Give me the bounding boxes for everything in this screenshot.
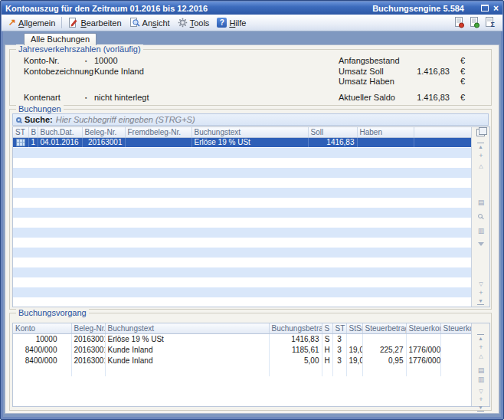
columns-view-icon[interactable]: ▥: [472, 227, 490, 235]
menu-ansicht[interactable]: Ansicht: [126, 16, 174, 29]
buchungen-grid: ST B Buch.Dat. Beleg-Nr. Fremdbeleg-Nr. …: [12, 126, 490, 307]
euro-sign: €: [460, 77, 465, 86]
grid-header-row: Konto Beleg-Nr. Buchungstext Buchungsbet…: [13, 323, 471, 333]
groupbox-buchungen: Buchungen Suche: ST: [9, 109, 492, 310]
menu-bar: ↗ Allgemein Bearbeiten Ansicht Tools ? H…: [2, 15, 502, 31]
calendar-grid-icon: [16, 139, 25, 146]
col-konto[interactable]: Konto: [13, 323, 71, 333]
menu-allgemein[interactable]: ↗ Allgemein: [5, 17, 59, 29]
window-title: Kontoauszug für den Zeitraum 01.2016 bis…: [5, 4, 372, 13]
column-chooser-icon[interactable]: [476, 129, 485, 136]
col-b[interactable]: B: [28, 127, 38, 137]
groupbox-buchungsvorgang: Buchungsvorgang Konto Beleg-Nr. B: [9, 313, 492, 411]
report-document-icon[interactable]: [453, 17, 464, 28]
scroll-down-icon[interactable]: +: [472, 289, 490, 297]
col-belegnr[interactable]: Beleg-Nr.: [82, 127, 125, 137]
col-buchdat[interactable]: Buch.Dat.: [38, 127, 82, 137]
menu-hilfe[interactable]: ? Hilfe: [213, 16, 250, 29]
page-up-icon[interactable]: △: [472, 162, 490, 169]
groupbox-title: Buchungen: [16, 104, 64, 113]
euro-sign: €: [460, 56, 465, 65]
vorgang-row[interactable]: 8400/000 20163001 Kunde Inland 1185,61 H…: [13, 344, 471, 355]
card-view-icon[interactable]: ▤: [472, 366, 490, 374]
field-aktueller-saldo: Aktueller Saldo1.416,83€: [339, 93, 485, 102]
arrow-up-right-icon: ↗: [8, 18, 16, 27]
grid-navigator-strip: ▲ + △ ▤ ▥ ▽ + ▼: [471, 323, 489, 406]
title-bar: Kontoauszug für den Zeitraum 01.2016 bis…: [2, 2, 502, 15]
page-down-icon[interactable]: ▽: [472, 281, 490, 287]
search-input[interactable]: [56, 115, 485, 124]
app-window: Kontoauszug für den Zeitraum 01.2016 bis…: [0, 0, 504, 420]
scroll-down-icon[interactable]: +: [472, 395, 490, 403]
field-umsatz-haben: Umsatz Haben€: [339, 77, 485, 86]
menu-bearbeiten[interactable]: Bearbeiten: [64, 16, 125, 29]
columns-view-icon[interactable]: ▥: [472, 376, 490, 383]
export-document-icon[interactable]: [469, 17, 479, 28]
vorgang-row[interactable]: 8400/000 20163001 Kunde Inland 5,00 H 3 …: [13, 355, 471, 366]
zoom-icon[interactable]: [478, 214, 483, 218]
tab-alle-buchungen[interactable]: Alle Buchungen: [24, 33, 97, 45]
col-s[interactable]: S: [322, 323, 332, 333]
menu-separator: [61, 17, 62, 28]
help-icon: ?: [217, 18, 227, 28]
restore-icon[interactable]: [481, 5, 489, 11]
col-buchungsbetrag[interactable]: Buchungsbetrag: [269, 323, 322, 333]
field-umsatz-soll: Umsatz Soll1.416,83€: [339, 67, 485, 76]
field-kontenart: Kontenart▪nicht hinterlegt: [24, 93, 149, 102]
sigma-glyph: Σ: [491, 21, 495, 28]
field-anfangsbestand: Anfangsbestand€: [339, 56, 485, 65]
scroll-first-icon[interactable]: ▲: [477, 334, 484, 342]
col-st[interactable]: ST: [13, 127, 28, 137]
page-down-icon[interactable]: ▽: [472, 388, 490, 395]
buchungsvorgang-grid: Konto Beleg-Nr. Buchungstext Buchungsbet…: [12, 323, 490, 407]
col-steuerkonto2[interactable]: Steuerkonto 2: [440, 323, 471, 333]
close-icon[interactable]: ×: [493, 5, 499, 12]
tab-page: Jahresverkehrszahlen (vorläufig) Konto-N…: [5, 44, 499, 414]
empty-rows-area: [13, 148, 471, 307]
col-steuerkonto1[interactable]: Steuerkonto 1: [406, 323, 440, 333]
buchung-row-selected[interactable]: 1 04.01.2016 20163001 Erlöse 19 % USt 14…: [13, 137, 471, 147]
empty-rows-area: [13, 366, 471, 376]
search-bar: Suche:: [12, 113, 489, 126]
col-stsatz[interactable]: StSatz: [346, 323, 362, 333]
filter-icon[interactable]: [478, 242, 484, 246]
euro-sign: €: [460, 93, 465, 102]
menu-tools[interactable]: Tools: [174, 16, 214, 29]
page-up-icon[interactable]: △: [472, 353, 490, 359]
scroll-first-icon[interactable]: ▲: [477, 143, 484, 150]
search-label: Suche:: [25, 115, 53, 124]
groupbox-title: Jahresverkehrszahlen (vorläufig): [16, 44, 143, 54]
col-buchungstext[interactable]: Buchungstext: [105, 323, 269, 333]
col-soll[interactable]: Soll: [308, 127, 357, 137]
gear-icon: [178, 18, 188, 28]
work-area: Alle Buchungen Jahresverkehrszahlen (vor…: [3, 31, 501, 417]
groupbox-title: Buchungsvorgang: [16, 308, 89, 317]
scroll-up-icon[interactable]: +: [472, 343, 490, 351]
col-st[interactable]: ST: [332, 323, 346, 333]
col-steuerbetrag[interactable]: Steuerbetrag: [362, 323, 406, 333]
scroll-last-icon[interactable]: ▼: [477, 404, 484, 412]
edit-page-icon: [68, 18, 78, 28]
search-icon: [16, 117, 21, 123]
grid-header-row: ST B Buch.Dat. Beleg-Nr. Fremdbeleg-Nr. …: [13, 127, 471, 137]
grid-navigator-strip: ▲ + △ ▤ ▥ ▽ + ▼: [471, 127, 489, 307]
col-haben[interactable]: Haben: [357, 127, 414, 137]
scroll-last-icon[interactable]: ▼: [477, 297, 484, 305]
field-konto-nr: Konto-Nr.▪10000: [24, 56, 118, 65]
col-empty[interactable]: [414, 127, 471, 137]
euro-sign: €: [460, 67, 465, 76]
vorgang-row[interactable]: 10000 20163001 Erlöse 19 % USt 1416,83 S…: [13, 333, 471, 344]
col-buchungstext[interactable]: Buchungstext: [191, 127, 308, 137]
card-view-icon[interactable]: ▤: [472, 199, 490, 206]
scroll-up-icon[interactable]: +: [472, 152, 490, 159]
groupbox-jahresverkehrszahlen: Jahresverkehrszahlen (vorläufig) Konto-N…: [9, 49, 492, 106]
col-belegnr[interactable]: Beleg-Nr.: [71, 323, 105, 333]
engine-version-label: Buchungsengine 5.584: [372, 4, 464, 13]
field-kontobezeichnung: Kontobezeichnung▪Kunde Inland: [24, 67, 144, 76]
sum-document-icon[interactable]: Σ: [484, 17, 495, 28]
magnifier-page-icon: [129, 18, 140, 28]
col-fremdbelegnr[interactable]: Fremdbeleg-Nr.: [125, 127, 191, 137]
